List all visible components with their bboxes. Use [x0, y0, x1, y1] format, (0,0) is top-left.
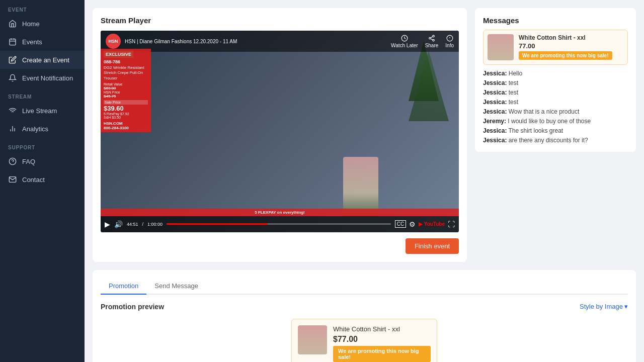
stream-player-title: Stream Player [101, 16, 459, 25]
time-separator: / [142, 222, 144, 227]
main-content: Stream Player HSN HSN | Diane Gilman Fas… [85, 0, 644, 362]
video-controls: ▶ 🔊 44:51 / 1:00:00 CC ⚙ ▶ YouTube ⛶ [101, 216, 459, 232]
video-overlay: HSN HSN | Diane Gilman Fashions 12.20.20… [101, 31, 459, 232]
progress-fill [167, 223, 268, 225]
sidebar-item-create-event[interactable]: Create an Event [0, 51, 85, 69]
promo-product-name: White Cotton Shirt - xxl [519, 34, 623, 41]
sidebar-item-event-notification[interactable]: Event Notification [0, 69, 85, 87]
svg-line-15 [431, 36, 433, 37]
chat-message-4: Jessica: Wow that is a nice product [483, 108, 628, 115]
messages-card: Messages White Cotton Shirt - xxl 77.00 … [475, 8, 636, 152]
sidebar-item-live-stream[interactable]: Live Stream [0, 102, 85, 120]
sidebar-item-events-label: Events [22, 38, 42, 46]
promotion-preview-title: Promotion preview [101, 303, 164, 311]
time-total: 1:00:00 [147, 222, 163, 227]
svg-line-14 [431, 38, 433, 39]
stream-player-card: Stream Player HSN HSN | Diane Gilman Fas… [93, 8, 467, 262]
settings-button[interactable]: ⚙ [409, 220, 416, 228]
tab-bar: Promotion Send Message [101, 278, 628, 295]
sidebar-section-support: SUPPORT [0, 138, 85, 152]
finish-btn-row: Finish event [101, 238, 459, 254]
video-title-text: HSN | Diane Gilman Fashions 12.20.2020 -… [125, 39, 237, 44]
wifi-icon [8, 106, 17, 115]
chat-messages: Jessica: Hello Jessica: test Jessica: te… [483, 70, 628, 144]
home-icon [8, 19, 17, 28]
sidebar-item-event-notification-label: Event Notification [22, 74, 73, 82]
play-button[interactable]: ▶ [105, 220, 110, 228]
tab-send-message[interactable]: Send Message [146, 278, 206, 295]
promotion-preview-card: White Cotton Shirt - xxl $77.00 We are p… [291, 319, 437, 363]
svg-point-13 [433, 39, 435, 41]
sidebar-item-live-stream-label: Live Stream [22, 107, 57, 115]
sidebar-item-analytics[interactable]: Analytics [0, 120, 85, 138]
info-btn[interactable]: Info [445, 35, 454, 48]
preview-product-name: White Cotton Shirt - xxl [333, 325, 431, 333]
promo-cta: We are promoting this now big sale! [519, 51, 612, 60]
youtube-logo: ▶ YouTube [419, 221, 445, 227]
chat-message-5: Jeremy: I would like to buy one of those [483, 118, 628, 125]
video-top-controls: Watch Later Share Info [391, 35, 454, 48]
finish-event-button[interactable]: Finish event [406, 238, 459, 254]
chat-message-2: Jessica: test [483, 89, 628, 96]
mail-icon [8, 175, 17, 184]
sidebar-section-event: EVENT [0, 0, 85, 15]
chat-message-1: Jessica: test [483, 79, 628, 86]
exclusive-badge: EXCLUSIVE [104, 51, 133, 58]
preview-thumbnail [298, 325, 327, 354]
video-top-bar: HSN HSN | Diane Gilman Fashions 12.20.20… [101, 31, 459, 52]
chat-message-6: Jessica: The shirt looks great [483, 127, 628, 134]
sidebar-section-stream: STREAM [0, 87, 85, 102]
sidebar-item-events[interactable]: Events [0, 33, 85, 51]
top-row: Stream Player HSN HSN | Diane Gilman Fas… [93, 8, 636, 262]
svg-rect-0 [10, 39, 16, 45]
sidebar-item-faq[interactable]: FAQ [0, 152, 85, 170]
promotion-card: Promotion Send Message Promotion preview… [93, 270, 636, 363]
svg-point-11 [433, 35, 435, 37]
promo-thumbnail [488, 34, 514, 60]
bell-icon [8, 73, 17, 82]
preview-details: White Cotton Shirt - xxl $77.00 We are p… [333, 325, 431, 362]
sidebar-item-home[interactable]: Home [0, 15, 85, 33]
volume-button[interactable]: 🔊 [114, 220, 123, 228]
preview-area: White Cotton Shirt - xxl $77.00 We are p… [101, 319, 628, 363]
sidebar-item-analytics-label: Analytics [22, 125, 48, 133]
preview-cta: We are promoting this now big sale! [333, 346, 431, 362]
sidebar-item-contact[interactable]: Contact [0, 170, 85, 189]
hsn-logo: HSN [106, 34, 121, 49]
video-bottom-strip: 5 FLEXPAY on everything! [101, 209, 459, 216]
style-by-image-btn[interactable]: Style by Image ▾ [580, 303, 628, 310]
cc-button[interactable]: CC [395, 220, 406, 228]
sidebar: EVENT Home Events Create an Event Event … [0, 0, 85, 362]
messages-title: Messages [483, 16, 628, 25]
sidebar-item-home-label: Home [22, 20, 40, 28]
chat-message-3: Jessica: test [483, 99, 628, 106]
promo-message-card: White Cotton Shirt - xxl 77.00 We are pr… [483, 30, 628, 65]
tab-promotion[interactable]: Promotion [101, 278, 146, 295]
progress-bar[interactable] [167, 223, 391, 225]
fullscreen-button[interactable]: ⛶ [448, 220, 455, 228]
chat-message-0: Jessica: Hello [483, 70, 628, 77]
promo-price: 77.00 [519, 42, 623, 50]
question-icon [8, 157, 17, 166]
promotion-preview-header: Promotion preview Style by Image ▾ [101, 303, 628, 311]
video-product-panel: EXCLUSIVE 088-786 DG2 Wrinkle Resistant … [101, 49, 151, 132]
sidebar-item-create-event-label: Create an Event [22, 56, 69, 64]
time-current: 44:51 [127, 222, 138, 227]
chevron-down-icon: ▾ [624, 303, 628, 310]
video-player[interactable]: HSN HSN | Diane Gilman Fashions 12.20.20… [101, 31, 459, 232]
chat-message-7: Jessica: are there any discounts for it? [483, 137, 628, 144]
watch-later-btn[interactable]: Watch Later [391, 35, 418, 48]
svg-point-12 [429, 37, 431, 39]
edit-icon [8, 55, 17, 64]
sidebar-item-contact-label: Contact [22, 176, 45, 184]
sidebar-item-faq-label: FAQ [22, 158, 35, 165]
preview-price: $77.00 [333, 335, 431, 344]
calendar-icon [8, 37, 17, 46]
share-btn[interactable]: Share [425, 35, 439, 48]
promo-details: White Cotton Shirt - xxl 77.00 We are pr… [519, 34, 623, 60]
bar-chart-icon [8, 124, 17, 133]
